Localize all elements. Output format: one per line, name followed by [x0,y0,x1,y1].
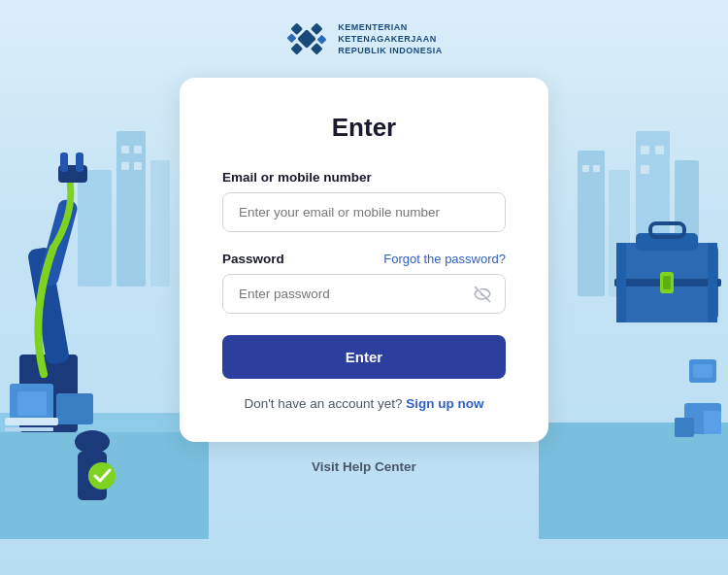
svg-rect-18 [5,418,58,425]
svg-rect-12 [58,165,87,183]
password-label: Password [222,252,284,266]
svg-rect-13 [60,152,68,172]
svg-rect-33 [616,243,718,322]
svg-rect-32 [539,423,728,539]
svg-rect-29 [641,146,649,154]
svg-rect-6 [134,162,142,170]
svg-rect-43 [704,411,721,434]
signup-link[interactable]: Sign up now [406,396,483,411]
svg-rect-0 [116,131,146,287]
svg-rect-14 [76,152,83,172]
svg-rect-3 [121,146,129,153]
logo-text: KEMENTERIAN KETENAGAKERJAAN REPUBLIK IND… [338,21,443,56]
svg-rect-44 [689,359,716,383]
svg-rect-2 [78,170,112,287]
svg-rect-42 [675,418,694,437]
svg-rect-34 [636,233,698,251]
svg-rect-49 [291,22,304,35]
svg-rect-7 [0,413,209,539]
svg-rect-16 [17,391,47,416]
card-title: Enter [222,113,506,143]
email-label: Email or mobile number [222,170,506,185]
svg-rect-31 [641,165,649,174]
svg-rect-35 [650,223,684,237]
svg-rect-5 [121,162,129,170]
svg-point-22 [88,462,116,490]
svg-rect-48 [291,43,304,55]
svg-rect-21 [78,452,107,500]
svg-rect-38 [663,276,671,289]
svg-rect-28 [593,165,600,172]
svg-rect-39 [616,243,626,322]
svg-rect-45 [693,364,712,378]
svg-rect-17 [56,393,93,424]
svg-rect-1 [150,160,170,287]
logo-icon [285,17,328,60]
signup-text: Don't have an account yet? [244,396,402,411]
svg-rect-9 [19,355,78,432]
svg-rect-15 [10,384,53,423]
svg-rect-19 [5,427,53,431]
svg-rect-52 [287,33,297,43]
svg-rect-24 [609,170,630,296]
password-input[interactable] [222,274,506,314]
svg-rect-37 [660,272,674,293]
svg-rect-50 [311,43,323,55]
svg-rect-36 [614,279,721,287]
svg-rect-46 [297,29,316,49]
help-center-link[interactable]: Visit Help Center [312,459,416,474]
signup-row: Don't have an account yet? Sign up now [222,396,506,411]
svg-rect-4 [134,146,142,153]
svg-rect-40 [708,243,717,322]
right-illustration [539,73,728,539]
forgot-password-link[interactable]: Forgot the password? [383,252,506,266]
left-illustration [0,73,209,539]
svg-rect-41 [684,403,721,434]
svg-rect-47 [311,22,323,35]
svg-rect-10 [27,247,70,365]
svg-rect-30 [655,146,664,154]
svg-point-20 [75,430,110,454]
svg-rect-26 [675,160,699,296]
svg-rect-25 [636,131,670,296]
svg-rect-11 [38,198,80,288]
svg-rect-51 [317,35,327,45]
svg-rect-8 [0,432,209,539]
svg-rect-23 [578,151,605,296]
login-card: Enter Email or mobile number Password Fo… [180,78,548,442]
password-input-wrapper [222,274,506,314]
eye-icon[interactable] [473,285,492,304]
svg-rect-27 [582,165,589,172]
header: KEMENTERIAN KETENAGAKERJAAN REPUBLIK IND… [285,0,443,60]
email-input[interactable] [222,192,506,232]
email-input-wrapper [222,192,506,232]
password-row: Password Forgot the password? [222,252,506,266]
enter-button[interactable]: Enter [222,335,506,379]
